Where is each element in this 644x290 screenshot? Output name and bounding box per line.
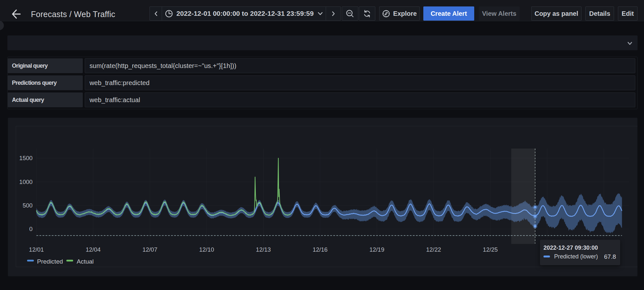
svg-text:12/04: 12/04 (86, 246, 101, 253)
svg-text:12/10: 12/10 (199, 246, 214, 253)
svg-text:12/16: 12/16 (312, 246, 327, 253)
svg-text:12/13: 12/13 (256, 246, 271, 253)
svg-text:12/22: 12/22 (426, 246, 441, 253)
svg-text:500: 500 (23, 202, 33, 209)
svg-text:0: 0 (29, 226, 33, 232)
svg-text:12/25: 12/25 (483, 246, 498, 253)
svg-text:Predicted: Predicted (37, 258, 63, 265)
svg-text:Actual: Actual (77, 258, 94, 265)
svg-text:12/19: 12/19 (370, 246, 384, 253)
svg-text:1000: 1000 (19, 179, 33, 185)
svg-text:12/01: 12/01 (29, 246, 44, 253)
svg-text:12/07: 12/07 (142, 246, 157, 253)
svg-text:1500: 1500 (19, 155, 33, 161)
